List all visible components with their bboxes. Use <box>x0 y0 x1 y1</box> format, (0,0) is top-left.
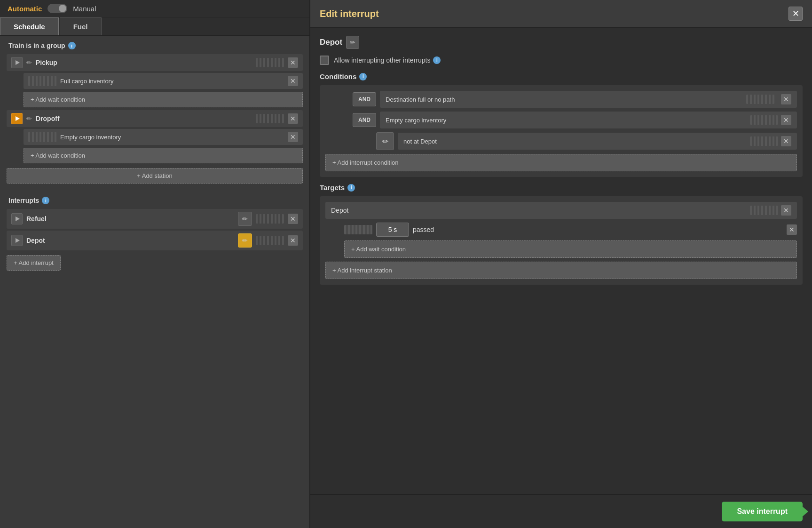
refuel-close-btn[interactable]: ✕ <box>288 214 298 224</box>
save-interrupt-btn[interactable]: Save interrupt <box>722 502 803 521</box>
depot-striped <box>256 236 284 245</box>
dropoff-condition-empty-cargo: Empty cargo inventory ✕ <box>24 129 303 145</box>
targets-label: Targets <box>320 184 345 192</box>
dropoff-pencil-icon: ✏ <box>26 115 32 122</box>
targets-block: Depot ✕ passed ✕ + Add wait condition + … <box>320 196 803 285</box>
target-name-box: Depot ✕ <box>325 202 797 219</box>
group-info-icon: i <box>68 42 76 49</box>
add-interrupt-btn[interactable]: + Add interrupt <box>7 255 61 271</box>
depot-edit-icon-btn[interactable]: ✏ <box>346 36 359 49</box>
allow-interrupt-label: Allow interrupting other interrupts i <box>334 56 441 64</box>
depot-play-btn[interactable] <box>11 235 23 246</box>
top-bar: Automatic Manual <box>0 0 309 17</box>
dropoff-play-triangle <box>16 116 20 121</box>
time-row: passed ✕ <box>325 223 797 237</box>
cond-item-2: AND Empty cargo inventory ✕ <box>325 112 797 128</box>
dropoff-add-wait-btn[interactable]: + Add wait condition <box>24 148 303 163</box>
pickup-condition-full-cargo: Full cargo inventory ✕ <box>24 73 303 89</box>
time-input[interactable] <box>376 223 409 237</box>
time-striped-left <box>344 225 372 234</box>
cond-item-3: ✏ not at Depot ✕ <box>325 132 797 150</box>
depot-name-row: Depot ✏ <box>320 36 803 49</box>
pickup-add-wait-btn[interactable]: + Add wait condition <box>24 92 303 107</box>
add-interrupt-station-btn[interactable]: + Add interrupt station <box>325 262 797 279</box>
allow-interrupt-checkbox[interactable] <box>320 56 329 65</box>
modal-close-btn[interactable]: ✕ <box>788 7 803 21</box>
refuel-striped <box>256 214 284 224</box>
tabs-row: Schedule Fuel <box>0 17 309 36</box>
interrupts-header: Interrupts i <box>0 191 309 207</box>
targets-info-icon: i <box>347 184 355 192</box>
conditions-header: Conditions i <box>320 72 803 80</box>
pickup-label: Pickup <box>36 59 252 66</box>
target-depot-label: Depot <box>331 207 348 214</box>
manual-label: Manual <box>73 5 96 13</box>
pickup-cond-close[interactable]: ✕ <box>288 76 298 86</box>
add-interrupt-condition-btn[interactable]: + Add interrupt condition <box>325 154 797 171</box>
cond3-close[interactable]: ✕ <box>781 136 791 146</box>
conditions-info-icon: i <box>359 73 367 80</box>
cond2-striped <box>750 115 778 125</box>
add-wait-condition-btn[interactable]: + Add wait condition <box>344 240 797 258</box>
dropoff-close-btn[interactable]: ✕ <box>288 113 298 124</box>
time-passed-label: passed <box>413 226 783 233</box>
target-row-depot: Depot ✕ <box>325 202 797 219</box>
depot-name: Depot <box>320 38 342 47</box>
refuel-label: Refuel <box>26 215 234 223</box>
tab-fuel[interactable]: Fuel <box>60 17 102 35</box>
target-close-btn[interactable]: ✕ <box>781 205 791 216</box>
dropoff-label: Dropoff <box>36 115 252 122</box>
interrupts-info-icon: i <box>42 197 49 204</box>
pickup-pencil-icon: ✏ <box>26 59 32 66</box>
modal-header: Edit interrupt ✕ <box>310 0 812 28</box>
interrupts-section: Interrupts i Refuel ✏ ✕ Depot ✏ ✕ + Add … <box>0 191 309 274</box>
right-panel: Edit interrupt ✕ Depot ✏ Allow interrupt… <box>310 0 812 528</box>
dropoff-striped <box>256 114 284 123</box>
interrupt-row-depot: Depot ✏ ✕ <box>7 231 303 250</box>
pickup-play-btn[interactable] <box>11 57 23 68</box>
depot-triangle <box>16 238 20 243</box>
conditions-block: AND Destination full or no path ✕ AND Em… <box>320 85 803 177</box>
dropoff-play-btn[interactable] <box>11 113 23 124</box>
refuel-edit-btn[interactable]: ✏ <box>238 212 252 226</box>
cond-text-1: Destination full or no path ✕ <box>380 91 797 108</box>
cond-item-1: AND Destination full or no path ✕ <box>325 91 797 108</box>
mode-toggle[interactable] <box>47 4 67 13</box>
pickup-close-btn[interactable]: ✕ <box>288 57 298 68</box>
group-section-header: Train is in a group i <box>0 36 309 52</box>
cond-text-2: Empty cargo inventory ✕ <box>380 112 797 128</box>
pickup-striped <box>256 58 284 67</box>
refuel-triangle <box>16 216 20 221</box>
cond1-close[interactable]: ✕ <box>781 94 791 104</box>
allow-interrupt-info-icon: i <box>433 56 441 64</box>
allow-interrupt-row: Allow interrupting other interrupts i <box>320 56 803 65</box>
cond-striped-2 <box>28 132 56 142</box>
add-station-btn[interactable]: + Add station <box>7 168 303 184</box>
cond-striped-1 <box>28 76 56 86</box>
cond-icon-box: ✏ <box>376 132 394 150</box>
cond2-close[interactable]: ✕ <box>781 115 791 125</box>
station-row-pickup: ✏ Pickup ✕ <box>7 54 303 71</box>
play-triangle <box>16 60 20 65</box>
depot-close-btn[interactable]: ✕ <box>288 235 298 246</box>
pickup-cond-label: Full cargo inventory <box>60 78 288 85</box>
cond3-striped <box>750 136 778 146</box>
and-btn-1[interactable]: AND <box>353 92 376 106</box>
automatic-label: Automatic <box>8 5 42 13</box>
tab-schedule[interactable]: Schedule <box>0 17 59 35</box>
interrupts-label: Interrupts <box>8 197 39 204</box>
depot-label: Depot <box>26 237 234 244</box>
modal-title: Edit interrupt <box>320 8 379 19</box>
group-label: Train is in a group <box>8 42 65 49</box>
station-row-dropoff: ✏ Dropoff ✕ <box>7 110 303 127</box>
depot-edit-btn[interactable]: ✏ <box>238 233 252 248</box>
modal-footer: Save interrupt <box>310 494 812 528</box>
refuel-play-btn[interactable] <box>11 213 23 224</box>
cond1-striped <box>746 95 774 104</box>
time-close-btn[interactable]: ✕ <box>787 224 797 235</box>
dropoff-cond-close[interactable]: ✕ <box>288 132 298 142</box>
targets-header: Targets i <box>320 184 803 192</box>
interrupt-row-refuel: Refuel ✏ ✕ <box>7 209 303 229</box>
and-btn-2[interactable]: AND <box>353 113 376 127</box>
cond-text-3: not at Depot ✕ <box>398 133 797 150</box>
